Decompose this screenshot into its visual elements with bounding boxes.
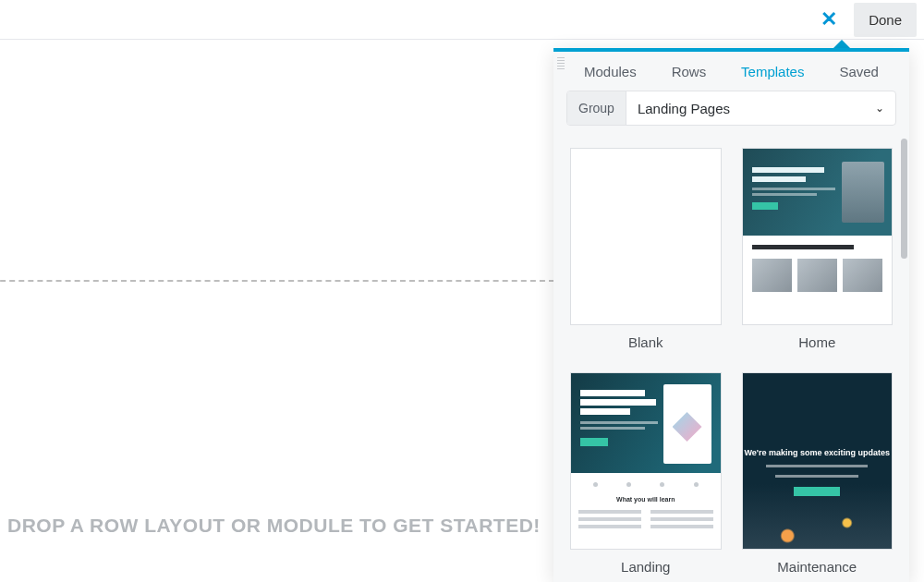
template-maintenance-thumb: We're making some exciting updates: [742, 372, 894, 550]
template-blank-label: Blank: [570, 334, 722, 350]
template-home[interactable]: Home: [742, 148, 894, 350]
group-select[interactable]: Landing Pages ⌄: [626, 91, 895, 125]
panel-tabs: Modules Rows Templates Saved: [553, 52, 909, 91]
template-maintenance[interactable]: We're making some exciting updates Maint…: [742, 372, 894, 575]
scrollbar[interactable]: [901, 139, 907, 259]
tab-modules[interactable]: Modules: [584, 64, 637, 79]
template-landing-thumb: What you will learn: [570, 372, 722, 550]
template-blank-thumb: [570, 148, 722, 325]
close-icon[interactable]: ✕: [813, 6, 845, 33]
template-home-label: Home: [742, 334, 894, 350]
topbar: ✕ Done: [0, 0, 924, 40]
group-selected-value: Landing Pages: [638, 101, 730, 116]
drag-handle-icon[interactable]: [557, 57, 565, 70]
drop-zone-divider: [0, 280, 554, 282]
template-blank[interactable]: Blank: [570, 148, 722, 350]
tab-templates[interactable]: Templates: [741, 64, 804, 79]
group-filter: Group Landing Pages ⌄: [566, 91, 896, 126]
template-gallery-wrap: Blank Home What you will learn: [553, 135, 909, 582]
template-maintenance-label: Maintenance: [742, 559, 894, 575]
done-button[interactable]: Done: [854, 3, 917, 37]
template-gallery: Blank Home What you will learn: [553, 135, 909, 582]
panel-pointer-icon: [833, 40, 850, 48]
template-landing-label: Landing: [570, 559, 722, 575]
tab-rows[interactable]: Rows: [672, 64, 707, 79]
chevron-down-icon: ⌄: [875, 102, 884, 115]
template-landing[interactable]: What you will learn Landing: [570, 372, 722, 575]
tab-saved[interactable]: Saved: [839, 64, 879, 79]
content-panel: Modules Rows Templates Saved Group Landi…: [553, 48, 909, 582]
group-label: Group: [567, 91, 626, 125]
template-home-thumb: [742, 148, 894, 325]
empty-drop-message: DROP A ROW LAYOUT OR MODULE TO GET START…: [7, 515, 541, 537]
